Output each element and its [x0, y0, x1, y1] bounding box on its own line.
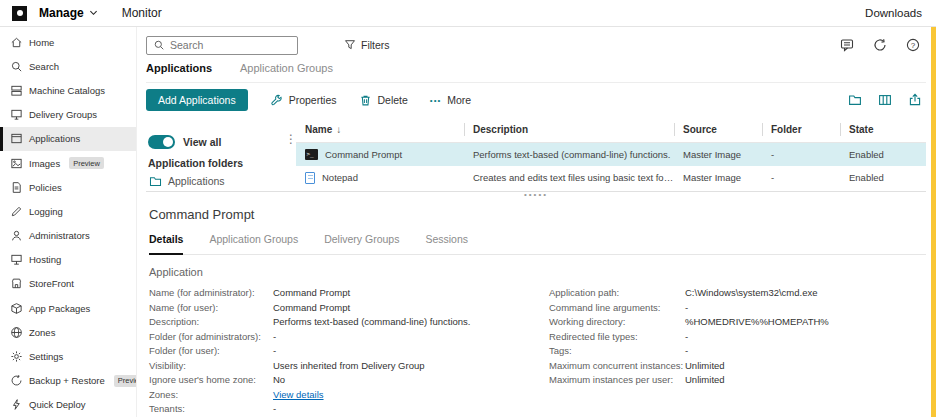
detail-field: Command line arguments:- — [549, 302, 829, 315]
column-header-name[interactable]: Name ↓ — [296, 117, 464, 142]
sidebar-item-applications[interactable]: Applications — [0, 127, 136, 151]
detail-field: Description:Performs text-based (command… — [149, 316, 549, 329]
detail-field: Name (for administrator):Command Prompt — [149, 287, 549, 300]
manage-menu[interactable]: Manage — [39, 6, 98, 20]
wrench-icon — [270, 94, 283, 107]
downloads-link[interactable]: Downloads — [865, 7, 922, 19]
properties-button[interactable]: Properties — [270, 94, 337, 107]
source-cell: Master Image — [674, 149, 762, 160]
details-title: Command Prompt — [149, 207, 926, 222]
zones-icon — [10, 326, 23, 339]
top-bar: Manage Monitor Downloads — [0, 0, 936, 27]
toolbar-right-icons — [848, 93, 926, 107]
sidebar-item-zones[interactable]: Zones — [0, 320, 136, 344]
search-input[interactable] — [170, 39, 291, 51]
column-header-folder[interactable]: Folder — [762, 117, 840, 142]
tab-details-application-groups[interactable]: Application Groups — [209, 233, 298, 254]
sidebar-item-home[interactable]: Home — [0, 30, 136, 54]
sidebar-item-settings[interactable]: Settings — [0, 344, 136, 368]
search-row: Filters ? — [146, 35, 926, 55]
more-button[interactable]: ••• More — [430, 94, 471, 106]
table-row-notepad[interactable]: Notepad Creates and edits text files usi… — [296, 166, 926, 189]
view-all-toggle[interactable] — [148, 135, 175, 149]
details-splitter-handle[interactable]: ••••• — [146, 191, 926, 199]
tab-details[interactable]: Details — [149, 233, 183, 255]
applications-table: Name ↓ Description Source Folder State C… — [296, 117, 926, 189]
sidebar-item-images[interactable]: Images Preview — [0, 151, 136, 175]
delete-label: Delete — [378, 94, 408, 106]
sidebar-item-quick-deploy[interactable]: Quick Deploy — [0, 393, 136, 417]
sidebar-item-search[interactable]: Search — [0, 54, 136, 78]
sort-desc-icon: ↓ — [336, 124, 341, 135]
column-header-source[interactable]: Source — [674, 117, 762, 142]
page-body: Home Search Machine Catalogs Delivery Gr… — [0, 27, 936, 417]
more-dots-icon: ••• — [430, 96, 441, 105]
sidebar-item-delivery-groups[interactable]: Delivery Groups — [0, 103, 136, 127]
search-icon — [153, 39, 165, 51]
app-packages-icon — [10, 302, 23, 315]
list-area: View all Application folders Application… — [146, 117, 926, 189]
delete-button[interactable]: Delete — [359, 94, 408, 107]
export-icon[interactable] — [908, 93, 922, 107]
refresh-icon[interactable] — [873, 38, 887, 52]
sidebar-item-backup-restore[interactable]: Backup + Restore Preview — [0, 369, 136, 393]
filters-button[interactable]: Filters — [344, 39, 390, 51]
sidebar-item-logging[interactable]: Logging — [0, 199, 136, 223]
column-header-state[interactable]: State — [840, 117, 926, 142]
tab-applications[interactable]: Applications — [146, 62, 212, 74]
sidebar-item-policies[interactable]: Policies — [0, 175, 136, 199]
trash-icon — [359, 94, 372, 107]
help-icon[interactable]: ? — [906, 38, 920, 52]
applications-icon — [10, 132, 23, 145]
sidebar-item-machine-catalogs[interactable]: Machine Catalogs — [0, 78, 136, 102]
backup-restore-icon — [10, 374, 23, 387]
content-tabs: Applications Application Groups — [146, 55, 926, 83]
tab-details-delivery-groups[interactable]: Delivery Groups — [324, 233, 399, 254]
images-icon — [10, 157, 23, 170]
description-cell: Performs text-based (command-line) funct… — [464, 149, 674, 160]
column-header-description[interactable]: Description — [464, 117, 674, 142]
table-row-command-prompt[interactable]: Command Prompt Performs text-based (comm… — [296, 143, 926, 166]
notepad-app-icon — [305, 172, 315, 184]
main-content: Filters ? Applications Application Group… — [137, 27, 936, 417]
header-icons: ? — [840, 38, 926, 52]
folder-view-icon[interactable] — [848, 93, 862, 107]
view-details-link[interactable]: View details — [273, 389, 549, 402]
machine-catalogs-icon — [10, 84, 23, 97]
citrix-logo-icon — [12, 6, 27, 21]
detail-field: Tags:- — [549, 345, 829, 358]
source-cell: Master Image — [674, 172, 762, 183]
manage-label: Manage — [39, 6, 84, 20]
detail-field: Maximum instances per user:Unlimited — [549, 374, 829, 387]
folder-item-applications[interactable]: Applications — [148, 174, 296, 188]
sidebar-item-app-packages[interactable]: App Packages — [0, 296, 136, 320]
folder-icon — [149, 175, 162, 188]
details-pane: Command Prompt Details Application Group… — [146, 199, 926, 416]
sidebar-item-hosting[interactable]: Hosting — [0, 248, 136, 272]
preview-badge: Preview — [114, 375, 137, 387]
detail-field: Folder (for administrators):- — [149, 331, 549, 344]
search-box[interactable] — [146, 36, 298, 55]
name-cell: Notepad — [296, 172, 464, 184]
tab-details-sessions[interactable]: Sessions — [425, 233, 468, 254]
tab-application-groups[interactable]: Application Groups — [240, 62, 333, 74]
command-prompt-app-icon — [305, 149, 318, 160]
sidebar-item-administrators[interactable]: Administrators — [0, 224, 136, 248]
monitor-tab[interactable]: Monitor — [122, 6, 162, 20]
sidebar: Home Search Machine Catalogs Delivery Gr… — [0, 27, 137, 417]
storefront-icon — [10, 277, 23, 290]
add-applications-button[interactable]: Add Applications — [146, 89, 248, 111]
sidebar-item-storefront[interactable]: StoreFront — [0, 272, 136, 296]
search-icon — [10, 60, 23, 73]
delivery-groups-icon — [10, 108, 23, 121]
preview-badge: Preview — [69, 157, 104, 169]
details-tabs: Details Application Groups Delivery Grou… — [149, 233, 926, 255]
toolbar: Add Applications Properties Delete ••• M… — [146, 83, 926, 117]
application-section-heading: Application — [149, 266, 926, 278]
home-icon — [10, 36, 23, 49]
settings-gear-icon — [10, 350, 23, 363]
columns-icon[interactable] — [878, 93, 892, 107]
feedback-icon[interactable] — [840, 38, 854, 52]
logging-icon — [10, 205, 23, 218]
detail-field: Folder (for user):- — [149, 345, 549, 358]
